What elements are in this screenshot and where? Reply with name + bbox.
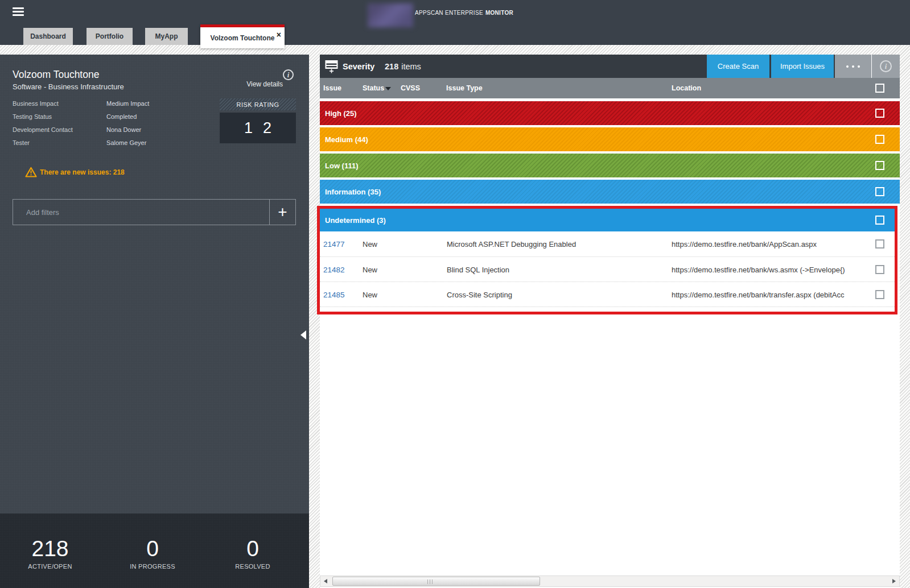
group-label: Low (111) [325,154,359,177]
severity-group-information[interactable]: Information (35) [320,180,900,204]
issues-panel: Severity 218 items Create Scan Import Is… [320,55,900,588]
group-checkbox[interactable] [875,109,884,118]
field-row: Testing Status Completed [13,113,149,126]
issue-type: Cross-Site Scripting [447,282,512,307]
warning-text: There are new issues: 218 [40,168,125,176]
tab-volzoom-touchtone[interactable]: Volzoom Touchtone × [200,24,285,48]
issue-stats: 218 ACTIVE/OPEN 0 IN PROGRESS 0 RESOLVED [0,514,309,588]
stat-resolved: 0 RESOLVED [204,537,301,570]
issue-status: New [363,257,377,282]
group-checkbox[interactable] [875,161,884,170]
issue-id-link[interactable]: 21485 [323,282,345,307]
horizontal-scrollbar[interactable] [320,575,900,587]
scrollbar-thumb[interactable] [332,577,540,586]
issues-toolbar: Severity 218 items Create Scan Import Is… [320,55,900,78]
stat-label: IN PROGRESS [104,563,201,570]
risk-value-2: 2 [263,119,271,137]
tab-myapp[interactable]: MyApp [145,28,188,45]
column-header-location[interactable]: Location [672,78,701,98]
column-header-status-label: Status [363,84,384,92]
tab-portfolio[interactable]: Portfolio [87,28,133,45]
group-label: Information (35) [325,180,381,204]
field-label: Business Impact [13,100,105,107]
warning-icon [25,167,37,177]
selected-group-outline: Undetermined (3) 21477 New Microsoft ASP… [317,206,897,314]
items-count-number: 218 [385,62,398,71]
stat-active-open: 218 ACTIVE/OPEN [2,537,98,570]
stat-value: 0 [104,537,201,560]
app-header: APPSCAN ENTERPRISE MONITOR Dashboard Por… [0,0,910,45]
issue-checkbox[interactable] [875,265,884,274]
column-header-status[interactable]: Status [363,78,391,98]
issue-row[interactable]: 21477 New Microsoft ASP.NET Debugging En… [320,231,895,256]
field-row: Development Contact Nona Dower [13,126,149,139]
issue-id-link[interactable]: 21482 [323,257,345,282]
create-scan-button[interactable]: Create Scan [707,55,769,78]
field-label: Testing Status [13,113,105,120]
app-title: APPSCAN ENTERPRISE MONITOR [415,0,513,26]
column-header-issue-type[interactable]: Issue Type [446,78,483,98]
items-count: 218 items [385,55,421,78]
issues-table-header: Issue Status CVSS Issue Type Location [320,78,900,98]
column-header-issue[interactable]: Issue [323,78,341,98]
issue-row[interactable]: 21485 New Cross-Site Scripting https://d… [320,281,895,307]
group-checkbox[interactable] [875,216,884,225]
active-tab-label: Volzoom Touchtone [211,34,275,42]
add-filters-input[interactable]: Add filters [13,200,269,225]
group-bottom-strip [320,307,895,312]
severity-group-high[interactable]: High (25) [320,101,900,125]
issue-checkbox[interactable] [875,290,884,299]
view-details-link[interactable]: View details [193,80,283,88]
field-value: Medium Impact [106,100,149,107]
more-actions-button[interactable] [835,55,871,78]
column-header-cvss[interactable]: CVSS [401,78,420,98]
new-issues-warning: There are new issues: 218 [25,167,125,177]
application-subtitle: Software - Business Infrastructure [13,82,124,91]
stat-label: ACTIVE/OPEN [2,563,98,570]
tab-dashboard[interactable]: Dashboard [23,28,73,45]
collapse-panel-arrow[interactable] [300,330,306,339]
select-all-checkbox[interactable] [875,84,884,93]
items-count-suffix: items [401,62,421,71]
sort-desc-icon [385,87,391,90]
info-icon: i [880,60,892,72]
group-label: Medium (44) [325,127,368,151]
group-checkbox[interactable] [875,135,884,144]
issue-id-link[interactable]: 21477 [323,231,345,256]
issue-status: New [363,231,377,256]
group-by-label[interactable]: Severity [343,55,374,78]
stat-label: RESOLVED [204,563,301,570]
issue-row[interactable]: 21482 New Blind SQL Injection https://de… [320,256,895,281]
menu-icon[interactable] [13,7,24,16]
app-title-text: APPSCAN ENTERPRISE [415,10,483,16]
field-label: Development Contact [13,126,105,133]
application-fields: Business Impact Medium Impact Testing St… [13,100,149,152]
info-icon[interactable]: i [283,69,294,80]
tab-close-icon[interactable]: × [277,31,281,39]
risk-rating-value: 1 2 [220,113,296,143]
import-issues-button[interactable]: Import Issues [771,55,834,78]
scroll-right-arrow[interactable] [892,579,896,583]
scroll-left-arrow[interactable] [324,579,327,583]
issue-location: https://demo.testfire.net/bank/AppScan.a… [672,231,817,256]
stat-value: 218 [2,537,98,560]
panel-info-button[interactable]: i [871,55,900,78]
risk-rating-label: RISK RATING [220,98,296,110]
issue-status: New [363,282,377,307]
group-by-icon [324,59,339,74]
issue-checkbox[interactable] [875,239,884,249]
issue-location: https://demo.testfire.net/bank/transfer.… [672,282,845,307]
issue-location: https://demo.testfire.net/bank/ws.asmx (… [672,257,845,282]
stat-in-progress: 0 IN PROGRESS [104,537,201,570]
risk-value-1: 1 [244,119,253,137]
app-title-bold: MONITOR [485,10,513,16]
scrollbar-grip [427,579,433,584]
field-value: Salome Geyer [106,139,146,146]
field-row: Tester Salome Geyer [13,139,149,152]
severity-group-low[interactable]: Low (111) [320,154,900,177]
severity-group-undetermined[interactable]: Undetermined (3) [320,209,895,231]
severity-group-medium[interactable]: Medium (44) [320,127,900,151]
field-value: Nona Dower [106,126,141,133]
group-checkbox[interactable] [875,187,884,196]
add-filter-button[interactable]: + [269,200,295,225]
